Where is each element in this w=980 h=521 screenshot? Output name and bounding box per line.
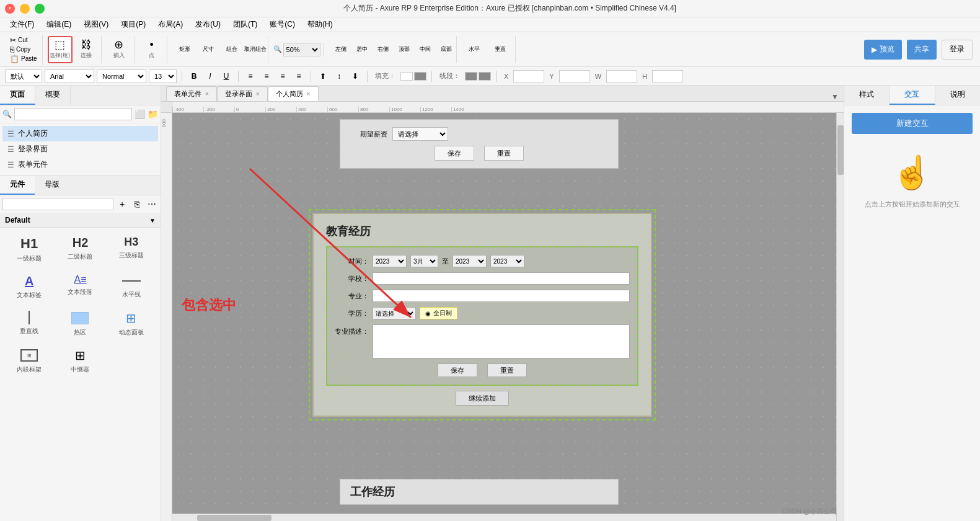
edu-reset-button[interactable]: 重置 <box>487 363 527 377</box>
underline-button[interactable]: U <box>219 69 233 83</box>
font-size-select[interactable]: 13 <box>149 69 177 83</box>
maximize-button[interactable] <box>35 4 45 14</box>
scrollbar-thumb-h[interactable] <box>197 515 271 521</box>
salary-reset-button[interactable]: 重置 <box>484 146 524 161</box>
group-button[interactable]: 组合 <box>219 36 244 63</box>
font-family-select[interactable]: Arial <box>45 69 94 83</box>
tab-close-resume[interactable]: × <box>307 91 311 97</box>
page-item-form[interactable]: ☰ 表单元件 <box>2 157 158 172</box>
vertical-scrollbar[interactable] <box>836 113 844 521</box>
preview-button[interactable]: ▶预览 <box>864 40 902 60</box>
line-color-box[interactable] <box>465 72 477 81</box>
menu-publish[interactable]: 发布(U) <box>190 18 226 31</box>
salary-save-button[interactable]: 保存 <box>435 146 474 161</box>
valign-middle-button[interactable]: ↕ <box>332 69 346 83</box>
tab-masters[interactable]: 母版 <box>35 176 69 195</box>
align-left-text-button[interactable]: ≡ <box>244 69 257 83</box>
menu-edit[interactable]: 编辑(E) <box>42 18 76 31</box>
time-year-to2-select[interactable]: 2023 <box>490 255 524 267</box>
component-more-button[interactable]: ⋯ <box>146 198 158 210</box>
menu-help[interactable]: 帮助(H) <box>302 18 338 31</box>
tab-components[interactable]: 元件 <box>0 176 35 195</box>
style-preset-select[interactable]: 默认 <box>5 69 42 83</box>
w-input[interactable] <box>606 70 637 82</box>
menu-layout[interactable]: 布局(A) <box>153 18 188 31</box>
tab-overview[interactable]: 概要 <box>35 86 71 105</box>
italic-button[interactable]: I <box>203 69 217 83</box>
page-item-login[interactable]: ☰ 登录界面 <box>2 141 158 157</box>
edu-add-button[interactable]: 继续添加 <box>456 391 509 406</box>
tab-form-elements[interactable]: 表单元件 × <box>166 86 217 101</box>
component-repeater[interactable]: ⊞ 中继器 <box>56 342 104 377</box>
full-time-option[interactable]: ◉ 全日制 <box>420 307 457 319</box>
degree-select[interactable]: 请选择 <box>373 307 416 319</box>
group-collapse-icon[interactable]: ▼ <box>149 217 156 224</box>
menu-file[interactable]: 文件(F) <box>5 18 39 31</box>
component-text-paragraph[interactable]: A≡ 文本段落 <box>56 269 104 303</box>
canvas-scroll[interactable]: 期望薪资 请选择 保存 重置 <box>172 113 844 521</box>
insert-button[interactable]: ⊕ 插入 <box>107 36 131 63</box>
menu-view[interactable]: 视图(V) <box>79 18 113 31</box>
component-search-input[interactable] <box>2 198 113 210</box>
rect-button[interactable]: 矩形 <box>172 36 197 63</box>
page-item-resume[interactable]: ☰ 个人简历 <box>2 126 158 141</box>
time-year-to-select[interactable]: 2023 <box>452 255 487 267</box>
x-input[interactable] <box>513 70 544 82</box>
component-add-button[interactable]: + <box>116 198 128 210</box>
y-input[interactable] <box>559 70 590 82</box>
tab-pages[interactable]: 页面 <box>0 86 35 105</box>
component-h3[interactable]: H3 三级标题 <box>107 230 156 266</box>
school-input[interactable] <box>373 272 630 285</box>
component-v-line[interactable]: 垂直线 <box>5 305 53 340</box>
tab-note[interactable]: 说明 <box>935 86 980 105</box>
scrollbar-thumb-v[interactable] <box>837 125 844 175</box>
cut-button[interactable]: ✂Cut <box>10 36 37 45</box>
time-year-from-select[interactable]: 2023 <box>373 255 407 267</box>
component-h-line[interactable]: 水平线 <box>107 269 156 303</box>
justify-text-button[interactable]: ≡ <box>292 69 306 83</box>
component-hotzone[interactable]: 热区 <box>56 305 104 340</box>
minimize-button[interactable] <box>20 4 30 14</box>
menu-project[interactable]: 项目(P) <box>116 18 151 31</box>
edu-save-button[interactable]: 保存 <box>438 363 477 377</box>
tab-dropdown-button[interactable]: ▼ <box>826 92 844 101</box>
tab-interaction[interactable]: 交互 <box>890 86 935 105</box>
tab-close-login[interactable]: × <box>256 91 260 97</box>
desc-textarea[interactable] <box>373 324 630 358</box>
component-text-label[interactable]: A 文本标签 <box>5 269 53 303</box>
tab-resume[interactable]: 个人简历 × <box>268 86 319 101</box>
point-button[interactable]: • 点 <box>139 36 164 63</box>
align-bottom-button[interactable]: 底部 <box>434 36 459 63</box>
select-tool-button[interactable]: ⬚ 选择(框) <box>48 36 73 63</box>
valign-top-button[interactable]: ⬆ <box>316 69 330 83</box>
valign-bottom-button[interactable]: ⬇ <box>348 69 362 83</box>
page-search-input[interactable] <box>14 108 132 120</box>
time-month-from-select[interactable]: 3月 <box>410 255 438 267</box>
major-input[interactable] <box>373 290 630 302</box>
tab-style[interactable]: 样式 <box>844 86 890 105</box>
page-folder-icon[interactable]: 📁 <box>148 109 158 119</box>
font-style-select[interactable]: Normal <box>97 69 146 83</box>
component-h1[interactable]: H1 一级标题 <box>5 230 53 266</box>
tab-login[interactable]: 登录界面 × <box>217 86 268 101</box>
component-h2[interactable]: H2 二级标题 <box>56 230 104 266</box>
fill-opacity-box[interactable] <box>414 72 426 81</box>
login-button[interactable]: 登录 <box>942 40 973 60</box>
size-button[interactable]: 尺寸 <box>196 36 221 63</box>
h-input[interactable] <box>652 70 683 82</box>
distribute-h-button[interactable]: 水平 <box>462 36 487 63</box>
new-interaction-button[interactable]: 新建交互 <box>852 113 973 134</box>
zoom-select[interactable]: 50% 100% 75% <box>283 43 320 56</box>
connect-tool-button[interactable]: ⛓ 连接 <box>74 36 99 63</box>
align-center-text-button[interactable]: ≡ <box>260 69 273 83</box>
menu-account[interactable]: 账号(C) <box>265 18 300 31</box>
page-add-icon[interactable]: ⬜ <box>135 109 145 119</box>
align-right-text-button[interactable]: ≡ <box>276 69 289 83</box>
component-dynamic-panel[interactable]: ⊞ 动态面板 <box>107 305 156 340</box>
salary-select[interactable]: 请选择 <box>392 127 448 141</box>
horizontal-scrollbar[interactable] <box>172 514 836 521</box>
copy-button[interactable]: ⎘Copy <box>10 45 37 54</box>
close-button[interactable]: × <box>5 4 15 14</box>
ungroup-button[interactable]: 取消组合 <box>243 36 268 63</box>
tab-close-form[interactable]: × <box>205 91 209 97</box>
